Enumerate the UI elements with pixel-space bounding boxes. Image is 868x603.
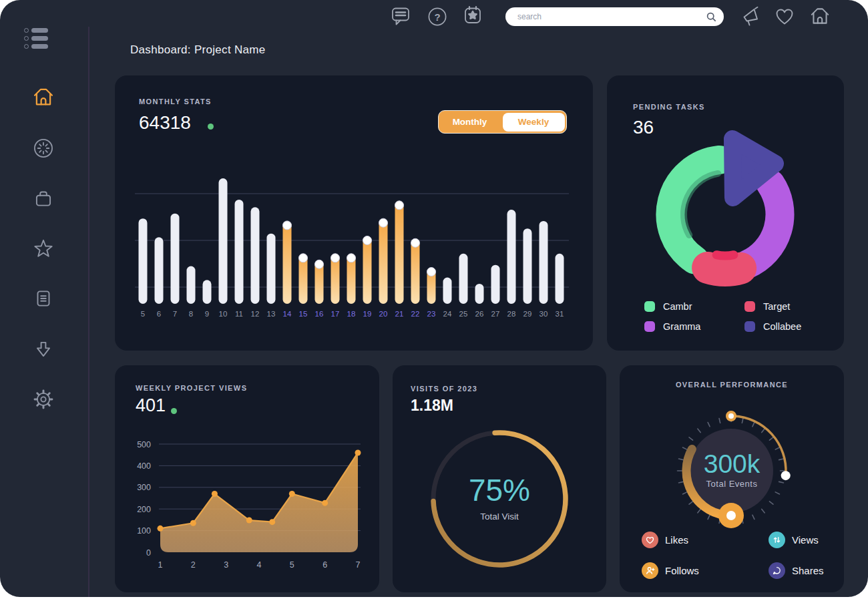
card-label: MONTHLY STATS (139, 97, 212, 106)
sidebar-item-settings[interactable] (30, 386, 57, 413)
bar-chart: 5678910111213141516171819202122232425262… (135, 170, 569, 321)
help-icon[interactable]: ? (427, 6, 448, 30)
donut-legend: Cambr Target Gramma Collabee (644, 300, 801, 332)
legend-item-collabee: Collabee (744, 321, 801, 332)
svg-text:200: 200 (137, 505, 151, 514)
legend-item-views: Views (769, 532, 819, 548)
svg-text:18: 18 (347, 310, 356, 318)
menu-dot (24, 44, 29, 49)
card-pending-tasks: PENDING TASKS 36 Cambr Target Gramma Col… (607, 75, 844, 351)
legend-item-target: Target (744, 300, 801, 312)
card-weekly-views: WEEKLY PROJECT VIEWS 401 500400300200100… (115, 365, 379, 592)
menu-button[interactable] (24, 28, 48, 52)
gauge-value: 300k (620, 449, 844, 479)
legend-label: Likes (665, 534, 688, 546)
legend-label: Gramma (663, 321, 700, 332)
chat-bubble-icon (769, 562, 785, 579)
svg-text:22: 22 (411, 310, 420, 318)
svg-text:16: 16 (315, 310, 324, 318)
svg-text:24: 24 (443, 310, 452, 318)
document-icon (32, 287, 55, 310)
heart-icon (642, 532, 658, 548)
search-input[interactable] (517, 7, 698, 26)
svg-text:100: 100 (137, 526, 151, 536)
svg-text:7: 7 (356, 560, 361, 570)
svg-text:20: 20 (379, 310, 388, 318)
svg-text:27: 27 (491, 310, 500, 318)
search-bar (505, 7, 724, 26)
svg-text:23: 23 (427, 310, 436, 318)
star-icon (32, 237, 55, 260)
svg-text:5: 5 (290, 560, 294, 570)
sidebar-item-home[interactable] (30, 83, 57, 110)
card-overall-performance: OVERALL PERFORMANCE 300k Total Events Li… (620, 365, 844, 592)
svg-text:5: 5 (141, 310, 145, 318)
svg-text:2: 2 (191, 560, 196, 570)
svg-text:3: 3 (224, 560, 228, 570)
svg-text:500: 500 (137, 440, 151, 449)
svg-text:300: 300 (137, 483, 151, 492)
home-icon (31, 85, 55, 109)
svg-text:14: 14 (283, 310, 292, 318)
svg-text:19: 19 (363, 310, 372, 318)
legend-item-likes: Likes (642, 532, 688, 548)
svg-text:10: 10 (219, 310, 228, 318)
up-down-arrows-icon (769, 532, 785, 548)
sidebar-item-documents[interactable] (30, 285, 57, 312)
menu-bar (31, 36, 48, 41)
legend-item-cambr: Cambr (644, 300, 744, 312)
menu-bar (31, 28, 48, 33)
menu-dot (24, 28, 29, 33)
download-icon (32, 338, 55, 361)
sidebar-item-activity[interactable] (30, 135, 57, 162)
chat-icon[interactable] (390, 5, 412, 32)
svg-text:13: 13 (267, 310, 276, 318)
monthly-stats-value: 64318 (139, 112, 191, 134)
app-window: ? (0, 0, 868, 597)
person-plus-icon (642, 562, 658, 579)
visits-caption: Total Visit (393, 512, 606, 522)
sidebar-item-downloads[interactable] (30, 336, 57, 363)
sidebar-item-favorites[interactable] (30, 235, 57, 262)
legend-swatch (644, 301, 655, 312)
sidebar-divider (88, 27, 89, 597)
svg-text:8: 8 (189, 310, 193, 318)
svg-text:11: 11 (235, 310, 243, 318)
legend-swatch (644, 321, 655, 332)
legend-label: Views (792, 534, 819, 546)
megaphone-icon[interactable] (740, 5, 763, 30)
legend-item-gramma: Gramma (644, 321, 744, 332)
monthly-toggle-button[interactable]: Monthly (439, 111, 501, 133)
svg-text:400: 400 (137, 461, 151, 471)
home-icon-topbar[interactable] (809, 5, 831, 30)
svg-text:21: 21 (395, 310, 404, 318)
svg-text:31: 31 (556, 310, 564, 318)
svg-text:25: 25 (459, 310, 468, 318)
svg-text:30: 30 (539, 310, 548, 318)
card-monthly-stats: MONTHLY STATS 64318 Monthly Weekly 56789… (115, 75, 593, 351)
svg-text:6: 6 (322, 560, 327, 570)
page-title: Dashboard: Project Name (130, 43, 266, 57)
svg-text:17: 17 (331, 310, 340, 318)
legend-label: Target (763, 301, 790, 312)
premium-calendar-icon[interactable] (462, 4, 483, 31)
sidebar-item-projects[interactable] (30, 185, 57, 212)
trend-dot (208, 124, 214, 130)
legend-item-shares: Shares (769, 562, 824, 579)
heart-icon[interactable] (774, 7, 795, 29)
svg-text:12: 12 (251, 310, 260, 318)
visits-percent: 75% (393, 472, 606, 508)
loader-icon (32, 137, 55, 160)
question-glyph: ? (434, 11, 440, 23)
gear-icon (32, 388, 55, 411)
weekly-toggle-button[interactable]: Weekly (503, 113, 565, 132)
period-toggle: Monthly Weekly (438, 110, 567, 134)
svg-text:28: 28 (507, 310, 516, 318)
svg-text:29: 29 (523, 310, 532, 318)
menu-dot (24, 36, 29, 41)
legend-swatch (744, 301, 755, 312)
svg-text:1: 1 (158, 560, 163, 570)
card-visits: VISITS OF 2023 1.18M 75% Total Visit (393, 365, 606, 592)
search-icon[interactable] (706, 12, 716, 22)
gauge-caption: Total Events (620, 479, 844, 489)
